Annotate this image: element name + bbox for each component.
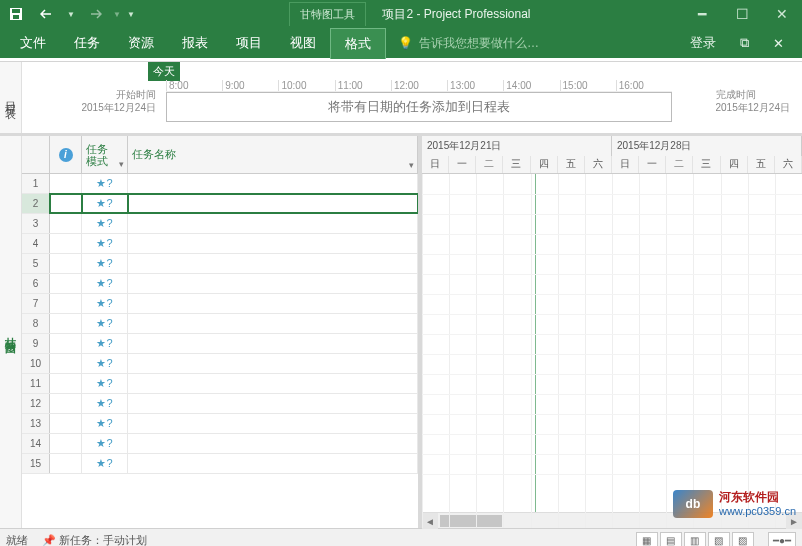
row-number[interactable]: 1: [22, 174, 50, 193]
sheet-rows[interactable]: 1 ★? 2 ★? 3 ★? 4 ★? 5 ★? 6 ★? 7 ★? 8 ★? …: [22, 174, 418, 528]
row-number[interactable]: 6: [22, 274, 50, 293]
cell-name[interactable]: [128, 274, 418, 293]
table-row[interactable]: 5 ★?: [22, 254, 418, 274]
col-info[interactable]: i: [50, 136, 82, 173]
row-number[interactable]: 12: [22, 394, 50, 413]
col-task-name[interactable]: 任务名称 ▾: [128, 136, 418, 173]
timeline-body[interactable]: 今天 8:00 9:00 10:00 11:00 12:00 13:00 14:…: [22, 62, 802, 133]
minimize-button[interactable]: ━: [682, 0, 722, 28]
cell-info[interactable]: [50, 214, 82, 233]
cell-name[interactable]: [128, 434, 418, 453]
cell-info[interactable]: [50, 454, 82, 473]
col-rownum[interactable]: [22, 136, 50, 173]
row-number[interactable]: 9: [22, 334, 50, 353]
cell-mode[interactable]: ★?: [82, 434, 128, 453]
row-number[interactable]: 11: [22, 374, 50, 393]
row-number[interactable]: 5: [22, 254, 50, 273]
cell-mode[interactable]: ★?: [82, 454, 128, 473]
cell-name[interactable]: [128, 174, 418, 193]
scroll-left-icon[interactable]: ◄: [422, 513, 438, 529]
cell-info[interactable]: [50, 174, 82, 193]
cell-name[interactable]: [128, 254, 418, 273]
cell-mode[interactable]: ★?: [82, 334, 128, 353]
redo-button[interactable]: [78, 0, 110, 28]
tell-me-search[interactable]: 💡 告诉我您想要做什么…: [398, 35, 539, 52]
cell-name[interactable]: [128, 314, 418, 333]
cell-info[interactable]: [50, 434, 82, 453]
view-report-button[interactable]: ▨: [732, 532, 754, 547]
view-team-button[interactable]: ▥: [684, 532, 706, 547]
tab-view[interactable]: 视图: [276, 28, 330, 58]
cell-info[interactable]: [50, 414, 82, 433]
view-task-button[interactable]: ▤: [660, 532, 682, 547]
cell-name[interactable]: [128, 374, 418, 393]
row-number[interactable]: 3: [22, 214, 50, 233]
cell-mode[interactable]: ★?: [82, 274, 128, 293]
cell-mode[interactable]: ★?: [82, 314, 128, 333]
cell-mode[interactable]: ★?: [82, 194, 128, 213]
cell-info[interactable]: [50, 274, 82, 293]
row-number[interactable]: 13: [22, 414, 50, 433]
login-button[interactable]: 登录: [680, 30, 726, 56]
row-number[interactable]: 10: [22, 354, 50, 373]
table-row[interactable]: 11 ★?: [22, 374, 418, 394]
cell-info[interactable]: [50, 294, 82, 313]
cell-info[interactable]: [50, 354, 82, 373]
table-row[interactable]: 6 ★?: [22, 274, 418, 294]
table-row[interactable]: 3 ★?: [22, 214, 418, 234]
window-close-icon[interactable]: ✕: [763, 32, 794, 55]
cell-info[interactable]: [50, 314, 82, 333]
table-row[interactable]: 2 ★?: [22, 194, 418, 214]
cell-info[interactable]: [50, 334, 82, 353]
cell-mode[interactable]: ★?: [82, 214, 128, 233]
cell-info[interactable]: [50, 374, 82, 393]
row-number[interactable]: 14: [22, 434, 50, 453]
table-row[interactable]: 7 ★?: [22, 294, 418, 314]
cell-info[interactable]: [50, 254, 82, 273]
status-new-task[interactable]: 📌 新任务：手动计划: [42, 533, 147, 546]
row-number[interactable]: 15: [22, 454, 50, 473]
save-button[interactable]: [0, 0, 32, 28]
table-row[interactable]: 4 ★?: [22, 234, 418, 254]
table-row[interactable]: 15 ★?: [22, 454, 418, 474]
tab-report[interactable]: 报表: [168, 28, 222, 58]
cell-name[interactable]: [128, 294, 418, 313]
cell-name[interactable]: [128, 394, 418, 413]
cell-name[interactable]: [128, 194, 418, 213]
redo-dropdown[interactable]: ▼: [110, 0, 124, 28]
cell-mode[interactable]: ★?: [82, 354, 128, 373]
zoom-slider[interactable]: ━●━: [768, 532, 796, 547]
cell-name[interactable]: [128, 214, 418, 233]
cell-name[interactable]: [128, 414, 418, 433]
tab-project[interactable]: 项目: [222, 28, 276, 58]
view-resource-button[interactable]: ▧: [708, 532, 730, 547]
cell-name[interactable]: [128, 454, 418, 473]
tab-file[interactable]: 文件: [6, 28, 60, 58]
table-row[interactable]: 14 ★?: [22, 434, 418, 454]
cell-info[interactable]: [50, 394, 82, 413]
close-button[interactable]: ✕: [762, 0, 802, 28]
cell-name[interactable]: [128, 234, 418, 253]
table-row[interactable]: 1 ★?: [22, 174, 418, 194]
cell-info[interactable]: [50, 194, 82, 213]
row-number[interactable]: 2: [22, 194, 50, 213]
gantt-pane-label[interactable]: 甘特图: [0, 136, 22, 528]
cell-name[interactable]: [128, 354, 418, 373]
cell-mode[interactable]: ★?: [82, 254, 128, 273]
table-row[interactable]: 8 ★?: [22, 314, 418, 334]
row-number[interactable]: 4: [22, 234, 50, 253]
dropdown-icon[interactable]: ▾: [409, 160, 414, 170]
table-row[interactable]: 12 ★?: [22, 394, 418, 414]
cell-name[interactable]: [128, 334, 418, 353]
maximize-button[interactable]: ☐: [722, 0, 762, 28]
tab-resource[interactable]: 资源: [114, 28, 168, 58]
gantt-body[interactable]: ◄ ►: [422, 174, 802, 528]
timeline-drop-area[interactable]: 将带有日期的任务添加到日程表: [166, 92, 672, 122]
view-gantt-button[interactable]: ▦: [636, 532, 658, 547]
col-task-mode[interactable]: 任务 模式 ▾: [82, 136, 128, 173]
cell-mode[interactable]: ★?: [82, 374, 128, 393]
row-number[interactable]: 8: [22, 314, 50, 333]
qat-customize[interactable]: ▼: [124, 0, 138, 28]
dropdown-icon[interactable]: ▾: [119, 158, 124, 170]
cell-mode[interactable]: ★?: [82, 414, 128, 433]
